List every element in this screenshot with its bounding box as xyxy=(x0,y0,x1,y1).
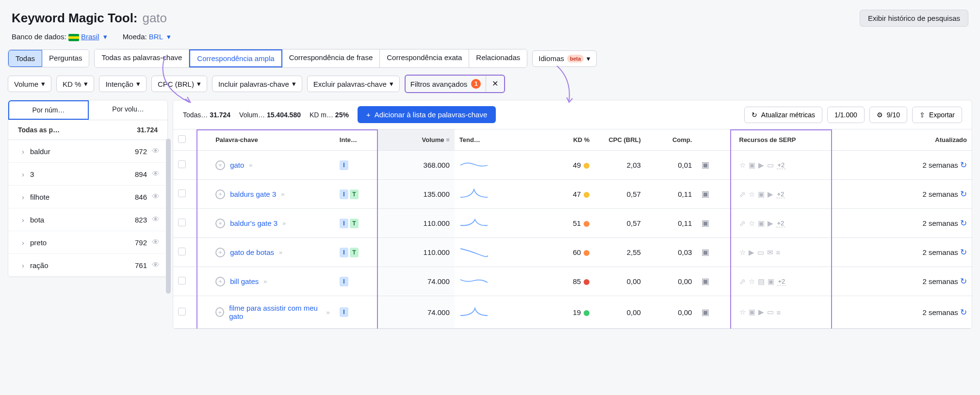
add-keyword-icon[interactable]: + xyxy=(215,248,225,257)
add-keyword-icon[interactable]: + xyxy=(215,307,224,317)
export-button[interactable]: ⇪Exportar xyxy=(912,107,962,123)
serp-more[interactable]: +2 xyxy=(777,161,786,169)
refresh-row-icon[interactable]: ↻ xyxy=(960,219,967,228)
tab-todas[interactable]: Todas xyxy=(8,50,42,67)
serp-more[interactable]: +2 xyxy=(776,220,785,227)
serp-view-icon[interactable]: ▣ xyxy=(702,219,709,228)
serp-view-icon[interactable]: ▣ xyxy=(702,190,709,199)
filter-include[interactable]: Incluir palavras-chave▾ xyxy=(212,76,302,92)
intent-badge: I xyxy=(340,190,348,199)
filter-volume[interactable]: Volume▾ xyxy=(8,76,51,92)
expand-icon[interactable]: » xyxy=(249,161,252,169)
table-row: + gato » I 368.000 49 2,03 0,01 ▣ ☆▣▶▭+2… xyxy=(173,151,972,180)
eye-icon[interactable]: 👁 xyxy=(152,261,160,269)
tab-exact-match[interactable]: Correspondência exata xyxy=(380,49,469,67)
col-intent[interactable]: Inte… xyxy=(335,129,377,151)
col-cpc[interactable]: CPC (BRL) xyxy=(594,129,645,151)
keyword-link[interactable]: baldur's gate 3 xyxy=(230,219,278,227)
expand-icon[interactable]: » xyxy=(282,220,286,227)
row-checkbox[interactable] xyxy=(178,277,186,284)
refresh-row-icon[interactable]: ↻ xyxy=(960,277,967,286)
filter-cpc[interactable]: CPC (BRL)▾ xyxy=(151,76,207,92)
tab-perguntas[interactable]: Perguntas xyxy=(42,50,89,67)
settings-button[interactable]: ⚙9/10 xyxy=(869,107,907,123)
serp-more[interactable]: +2 xyxy=(776,190,785,198)
expand-icon[interactable]: » xyxy=(281,190,284,198)
col-kd[interactable]: KD % xyxy=(538,129,594,151)
database-selector[interactable]: Banco de dados: Brasil ▾ xyxy=(12,32,107,41)
kd-indicator xyxy=(584,192,589,198)
serp-feature-icon: ▭ xyxy=(767,308,774,316)
sidebar-header[interactable]: Todas as p… 31.724 xyxy=(8,120,167,140)
expand-icon[interactable]: » xyxy=(263,278,267,285)
col-keyword[interactable]: Palavra-chave xyxy=(211,129,335,151)
eye-icon[interactable]: 👁 xyxy=(152,238,160,247)
select-all-checkbox[interactable] xyxy=(178,135,186,143)
sidebar-item[interactable]: › ração 761 👁 xyxy=(8,254,167,277)
row-checkbox[interactable] xyxy=(178,219,186,226)
filter-intent[interactable]: Intenção▾ xyxy=(99,76,147,92)
sidebar-item-count: 846 xyxy=(135,193,147,201)
add-keyword-icon[interactable]: + xyxy=(215,277,225,286)
eye-icon[interactable]: 👁 xyxy=(152,147,160,156)
history-button[interactable]: Exibir histórico de pesquisas xyxy=(860,10,968,27)
currency-selector[interactable]: Moeda: BRL ▾ xyxy=(123,32,171,41)
add-keyword-icon[interactable]: + xyxy=(215,219,225,228)
keyword-link[interactable]: bill gates xyxy=(230,277,259,285)
col-trend[interactable]: Tend… xyxy=(455,129,538,151)
keyword-link[interactable]: gato de botas xyxy=(230,248,274,256)
serp-more[interactable]: +2 xyxy=(777,278,786,285)
serp-view-icon[interactable]: ▣ xyxy=(702,277,709,286)
serp-view-icon[interactable]: ▣ xyxy=(702,308,709,317)
expand-icon[interactable]: » xyxy=(279,249,282,256)
eye-icon[interactable]: 👁 xyxy=(152,192,160,201)
languages-dropdown[interactable]: Idiomas beta ▾ xyxy=(532,50,597,67)
close-icon[interactable]: ✕ xyxy=(486,76,504,92)
expand-icon[interactable]: » xyxy=(327,309,330,316)
row-checkbox[interactable] xyxy=(178,308,186,316)
sidebar-item[interactable]: › filhote 846 👁 xyxy=(8,186,167,208)
filter-advanced[interactable]: Filtros avançados1 ✕ xyxy=(405,75,506,93)
serp-view-icon[interactable]: ▣ xyxy=(702,160,709,170)
row-checkbox[interactable] xyxy=(178,160,186,168)
col-serp[interactable]: Recursos de SERP xyxy=(735,129,856,151)
refresh-row-icon[interactable]: ↻ xyxy=(960,308,967,317)
refresh-row-icon[interactable]: ↻ xyxy=(960,160,967,170)
serp-feature-icon: ▶ xyxy=(749,248,754,257)
eye-icon[interactable]: 👁 xyxy=(152,170,160,178)
filter-kd[interactable]: KD %▾ xyxy=(56,76,94,92)
serp-feature-icon: ☆ xyxy=(739,308,746,316)
table-row: + gato de botas » IT 110.000 60 2,55 0,0… xyxy=(173,238,972,267)
eye-icon[interactable]: 👁 xyxy=(152,215,160,224)
sidebar-item[interactable]: › 3 894 👁 xyxy=(8,163,167,186)
serp-view-icon[interactable]: ▣ xyxy=(702,248,709,257)
sidebar-item[interactable]: › baldur 972 👁 xyxy=(8,140,167,163)
tab-broad-match[interactable]: Correspondência ampla xyxy=(189,49,282,67)
sidebar-item[interactable]: › preto 792 👁 xyxy=(8,231,167,254)
col-updated[interactable]: Atualizado xyxy=(856,129,972,151)
tab-all-keywords[interactable]: Todas as palavras-chave xyxy=(95,49,189,67)
keyword-link[interactable]: baldurs gate 3 xyxy=(230,190,276,198)
refresh-metrics-button[interactable]: ↻Atualizar métricas xyxy=(744,107,822,123)
sidebar-tab-by-number[interactable]: Por núm… xyxy=(8,100,89,120)
tab-related[interactable]: Relacionadas xyxy=(469,49,527,67)
keyword-link[interactable]: filme para assistir com meu gato xyxy=(229,304,321,320)
add-to-list-button[interactable]: +Adicionar à lista de palavras-chave xyxy=(358,106,496,123)
scrollbar[interactable] xyxy=(166,139,171,294)
refresh-row-icon[interactable]: ↻ xyxy=(960,248,967,257)
trend-sparkline xyxy=(459,246,489,257)
serp-feature-icon: ▣ xyxy=(758,219,765,228)
col-comp[interactable]: Comp. xyxy=(646,129,697,151)
col-volume[interactable]: Volume ≡ xyxy=(377,129,455,151)
sidebar-tab-by-volume[interactable]: Por volu… xyxy=(89,100,167,120)
position-indicator[interactable]: 1/1.000 xyxy=(827,107,865,123)
add-keyword-icon[interactable]: + xyxy=(215,190,225,199)
add-keyword-icon[interactable]: + xyxy=(215,160,225,170)
refresh-row-icon[interactable]: ↻ xyxy=(960,190,967,199)
sidebar-item[interactable]: › bota 823 👁 xyxy=(8,208,167,231)
tab-phrase-match[interactable]: Correspondência de frase xyxy=(282,49,380,67)
row-checkbox[interactable] xyxy=(178,248,186,255)
filter-exclude[interactable]: Excluir palavras-chave▾ xyxy=(307,76,400,92)
row-checkbox[interactable] xyxy=(178,190,186,197)
keyword-link[interactable]: gato xyxy=(230,161,244,169)
